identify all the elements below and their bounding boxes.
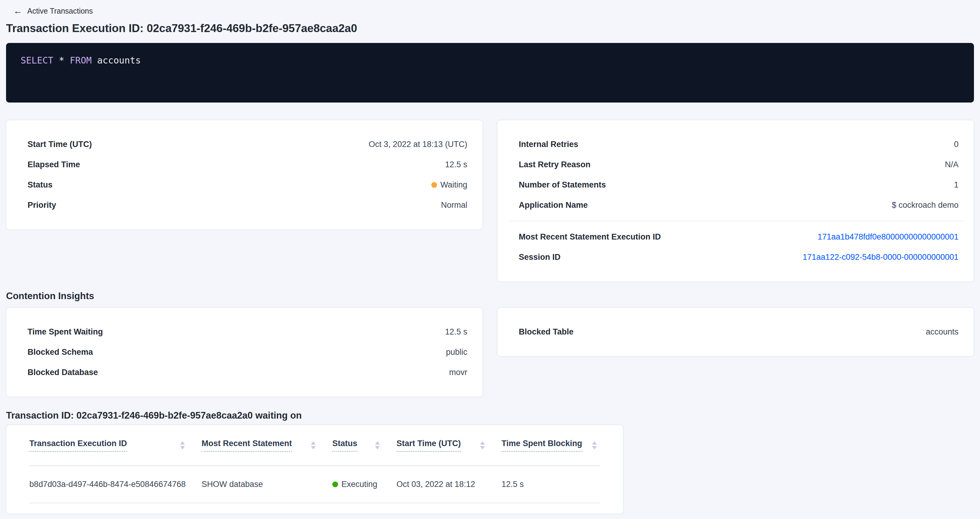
application-name-label: Application Name [519, 200, 588, 210]
waiting-status-dot-icon [431, 182, 437, 188]
statement-execution-id-row: Most Recent Statement Execution ID 171aa… [519, 227, 959, 247]
contention-cards-row: Time Spent Waiting 12.5 s Blocked Schema… [6, 308, 974, 397]
back-link-active-transactions[interactable]: ← Active Transactions [13, 4, 93, 17]
start-time-label: Start Time (UTC) [27, 140, 92, 149]
sql-statement-box: SELECT * FROM accounts [6, 43, 974, 103]
session-id-label: Session ID [519, 252, 560, 262]
blocked-schema-row: Blocked Schema public [27, 342, 467, 362]
sql-keyword-select: SELECT [21, 55, 53, 66]
contention-right-card: Blocked Table accounts [497, 308, 974, 356]
blocked-schema-value: public [446, 348, 467, 357]
overview-right-card: Internal Retries 0 Last Retry Reason N/A… [497, 120, 974, 282]
contention-left-card: Time Spent Waiting 12.5 s Blocked Schema… [6, 308, 483, 397]
blocked-database-row: Blocked Database movr [27, 362, 467, 383]
session-id-row: Session ID 171aa122-c092-54b8-0000-00000… [519, 247, 959, 267]
number-of-statements-value: 1 [954, 180, 959, 190]
transaction-details-page: ← Active Transactions Transaction Execut… [0, 0, 980, 514]
sort-icon [592, 441, 597, 449]
waiting-on-table: Transaction Execution ID Most Recent Sta… [6, 425, 623, 514]
sort-icon [180, 441, 185, 449]
statement-execution-id-label: Most Recent Statement Execution ID [519, 232, 661, 242]
cell-start-time: Oct 03, 2022 at 18:12 [396, 480, 501, 489]
last-retry-reason-value: N/A [945, 160, 959, 169]
column-header-most-recent-statement[interactable]: Most Recent Statement [202, 439, 332, 452]
number-of-statements-label: Number of Statements [519, 180, 606, 190]
sql-star: * [59, 55, 64, 66]
breadcrumb-label: Active Transactions [27, 7, 93, 16]
sort-icon [375, 441, 380, 449]
column-header-transaction-execution-id[interactable]: Transaction Execution ID [29, 439, 202, 452]
sort-icon [480, 441, 485, 449]
status-label: Status [27, 180, 52, 190]
cell-most-recent-statement: SHOW database [202, 480, 332, 489]
start-time-row: Start Time (UTC) Oct 3, 2022 at 18:13 (U… [27, 134, 467, 154]
blocked-table-value: accounts [926, 327, 959, 336]
start-time-value: Oct 3, 2022 at 18:13 (UTC) [369, 140, 467, 149]
blocked-schema-label: Blocked Schema [27, 348, 93, 357]
waiting-on-heading: Transaction ID: 02ca7931-f246-469b-b2fe-… [6, 410, 974, 421]
column-header-time-spent-blocking[interactable]: Time Spent Blocking [501, 439, 600, 452]
overview-left-card: Start Time (UTC) Oct 3, 2022 at 18:13 (U… [6, 120, 483, 230]
time-spent-waiting-row: Time Spent Waiting 12.5 s [27, 322, 467, 342]
elapsed-time-label: Elapsed Time [27, 160, 80, 169]
table-row: b8d7d03a-d497-446b-8474-e50846674768 SHO… [29, 466, 600, 503]
status-row: Status Waiting [27, 175, 467, 195]
time-spent-waiting-value: 12.5 s [445, 327, 467, 336]
table-header-row: Transaction Execution ID Most Recent Sta… [29, 425, 600, 466]
page-title: Transaction Execution ID: 02ca7931-f246-… [6, 22, 974, 35]
blocked-database-label: Blocked Database [27, 368, 98, 377]
priority-value: Normal [441, 200, 467, 210]
number-of-statements-row: Number of Statements 1 [519, 175, 959, 195]
overview-cards-row: Start Time (UTC) Oct 3, 2022 at 18:13 (U… [6, 120, 974, 282]
internal-retries-row: Internal Retries 0 [519, 134, 959, 154]
session-id-link[interactable]: 171aa122-c092-54b8-0000-000000000001 [803, 252, 959, 262]
column-header-status[interactable]: Status [332, 439, 396, 452]
column-header-start-time[interactable]: Start Time (UTC) [396, 439, 501, 452]
last-retry-reason-label: Last Retry Reason [519, 160, 590, 169]
internal-retries-value: 0 [954, 140, 959, 149]
statement-execution-id-link[interactable]: 171aa1b478fdf0e80000000000000001 [818, 232, 959, 242]
elapsed-time-row: Elapsed Time 12.5 s [27, 154, 467, 175]
priority-label: Priority [27, 200, 56, 210]
elapsed-time-value: 12.5 s [445, 160, 467, 169]
sort-icon [311, 441, 316, 449]
status-value: Waiting [431, 180, 467, 190]
priority-row: Priority Normal [27, 195, 467, 215]
card-divider [510, 221, 964, 221]
blocked-database-value: movr [449, 368, 467, 377]
blocked-table-row: Blocked Table accounts [519, 322, 959, 342]
cell-transaction-execution-id: b8d7d03a-d497-446b-8474-e50846674768 [29, 480, 202, 489]
application-name-row: Application Name $ cockroach demo [519, 195, 959, 215]
last-retry-reason-row: Last Retry Reason N/A [519, 154, 959, 175]
blocked-table-label: Blocked Table [519, 327, 574, 336]
time-spent-waiting-label: Time Spent Waiting [27, 327, 103, 336]
contention-insights-heading: Contention Insights [6, 290, 974, 302]
executing-status-dot-icon [332, 481, 338, 487]
cell-status: Executing [332, 480, 396, 489]
internal-retries-label: Internal Retries [519, 140, 578, 149]
sql-table-name: accounts [97, 55, 141, 66]
back-arrow-icon: ← [13, 6, 22, 16]
sql-keyword-from: FROM [70, 55, 92, 66]
cell-time-spent-blocking: 12.5 s [501, 480, 600, 489]
application-name-value: $ cockroach demo [892, 200, 959, 210]
